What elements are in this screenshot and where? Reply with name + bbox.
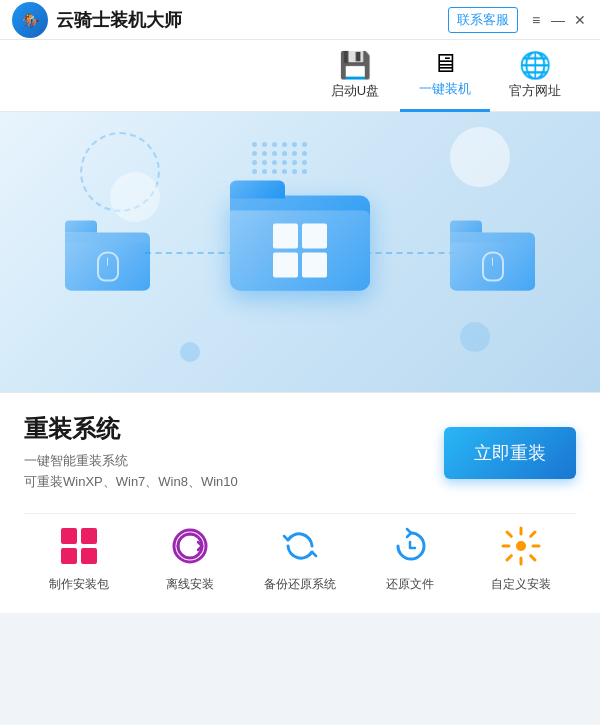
center-folder [230, 181, 370, 311]
logo-icon: 🏇 [12, 2, 48, 38]
minimize-button[interactable]: — [550, 12, 566, 28]
make-package-label: 制作安装包 [49, 576, 109, 593]
tools-bar: 制作安装包 离线安装 [24, 513, 576, 597]
section-desc-1: 一键智能重装系统 [24, 451, 444, 472]
deco-circle-5 [180, 342, 200, 362]
win-square-1 [273, 224, 298, 249]
section-info: 重装系统 一键智能重装系统 可重装WinXP、Win7、Win8、Win10 [24, 413, 444, 493]
svg-rect-3 [81, 548, 97, 564]
win-square-3 [273, 253, 298, 278]
install-button[interactable]: 立即重装 [444, 427, 576, 479]
tool-custom-install[interactable]: 自定义安装 [471, 522, 571, 593]
content-section: 重装系统 一键智能重装系统 可重装WinXP、Win7、Win8、Win10 立… [0, 392, 600, 613]
tool-offline-install[interactable]: 离线安装 [140, 522, 240, 593]
center-folder-front [230, 211, 370, 291]
right-folder-tab [450, 221, 482, 233]
svg-point-5 [516, 541, 526, 551]
make-package-icon [59, 526, 99, 566]
left-folder [65, 221, 150, 291]
nav-item-usb[interactable]: 💾 启动U盘 [310, 40, 400, 112]
tool-backup-restore[interactable]: 备份还原系统 [250, 522, 350, 593]
title-bar-left: 🏇 云骑士装机大师 [12, 2, 182, 38]
dots-decoration [252, 142, 308, 174]
make-package-icon-wrap [55, 522, 103, 570]
tool-make-package[interactable]: 制作安装包 [29, 522, 129, 593]
center-folder-body [230, 181, 370, 291]
right-folder [450, 221, 535, 291]
left-folder-tab [65, 221, 97, 233]
usb-icon: 💾 [339, 52, 371, 78]
svg-rect-0 [61, 528, 77, 544]
dashed-line-right [365, 252, 455, 254]
section-desc-2: 可重装WinXP、Win7、Win8、Win10 [24, 472, 444, 493]
backup-restore-icon-wrap [276, 522, 324, 570]
mouse-line-right [492, 258, 494, 266]
backup-restore-label: 备份还原系统 [264, 576, 336, 593]
official-icon: 🌐 [519, 52, 551, 78]
nav-item-onekey[interactable]: 🖥 一键装机 [400, 40, 490, 112]
win-square-2 [302, 224, 327, 249]
mouse-icon-left [97, 252, 119, 282]
tool-restore-file[interactable]: 还原文件 [360, 522, 460, 593]
main-section: 重装系统 一键智能重装系统 可重装WinXP、Win7、Win8、Win10 立… [24, 413, 576, 493]
deco-circle-3 [450, 127, 510, 187]
deco-circle-4 [460, 322, 490, 352]
backup-restore-icon [280, 526, 320, 566]
onekey-icon: 🖥 [432, 50, 458, 76]
contact-button[interactable]: 联系客服 [448, 7, 518, 33]
custom-install-icon [501, 526, 541, 566]
mouse-icon-right [482, 252, 504, 282]
offline-install-icon [170, 526, 210, 566]
dashed-line-left [145, 252, 235, 254]
title-bar: 🏇 云骑士装机大师 联系客服 ≡ — ✕ [0, 0, 600, 40]
title-bar-right: 联系客服 ≡ — ✕ [448, 7, 588, 33]
restore-file-label: 还原文件 [386, 576, 434, 593]
win-square-4 [302, 253, 327, 278]
offline-install-label: 离线安装 [166, 576, 214, 593]
custom-install-label: 自定义安装 [491, 576, 551, 593]
right-folder-front [450, 243, 535, 291]
nav-bar: 💾 启动U盘 🖥 一键装机 🌐 官方网址 [0, 40, 600, 112]
section-title: 重装系统 [24, 413, 444, 445]
deco-circle-2 [110, 172, 160, 222]
windows-logo [273, 224, 327, 278]
restore-file-icon [390, 526, 430, 566]
nav-item-official[interactable]: 🌐 官方网址 [490, 40, 580, 112]
restore-file-icon-wrap [386, 522, 434, 570]
svg-rect-1 [81, 528, 97, 544]
menu-button[interactable]: ≡ [528, 12, 544, 28]
close-button[interactable]: ✕ [572, 12, 588, 28]
center-folder-tab [230, 181, 285, 199]
window-controls: ≡ — ✕ [528, 12, 588, 28]
custom-install-icon-wrap [497, 522, 545, 570]
left-folder-front [65, 243, 150, 291]
offline-install-icon-wrap [166, 522, 214, 570]
app-title: 云骑士装机大师 [56, 8, 182, 32]
banner [0, 112, 600, 392]
svg-rect-2 [61, 548, 77, 564]
mouse-line-left [107, 258, 109, 266]
